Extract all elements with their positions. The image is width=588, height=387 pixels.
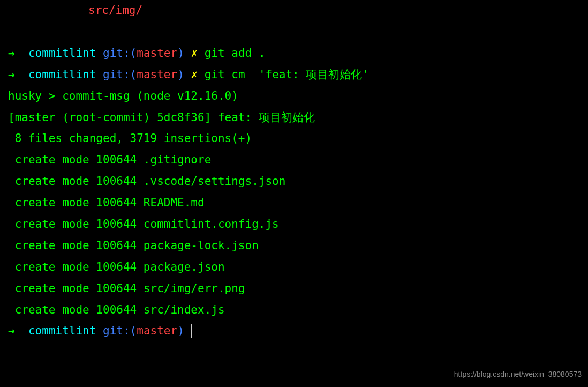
path-text: src/img/ [88, 4, 142, 17]
git-prefix: git:( [103, 68, 137, 81]
folder-name: commitlint [28, 324, 96, 337]
file-line: create mode 100644 package-lock.json [8, 235, 580, 257]
git-prefix: git:( [103, 324, 137, 337]
git-suffix: ) [177, 324, 184, 337]
folder-name: commitlint [28, 68, 96, 81]
branch-name: master [137, 68, 177, 81]
output-line: src/img/ [8, 0, 580, 21]
file-line: create mode 100644 src/index.js [8, 300, 580, 321]
command-text: git cm 'feat: 项目初始化' [205, 68, 369, 81]
terminal-window[interactable]: src/img/ → commitlint git:(master) ✗ git… [0, 0, 588, 342]
husky-output: husky > commit-msg (node v12.16.0) [8, 86, 580, 107]
file-line: create mode 100644 .vscode/settings.json [8, 171, 580, 192]
blank-line [8, 21, 580, 43]
file-line: create mode 100644 README.md [8, 192, 580, 214]
arrow-icon: → [8, 47, 15, 59]
summary-line: 8 files changed, 3719 insertions(+) [8, 128, 580, 150]
arrow-icon: → [8, 324, 15, 337]
file-line: create mode 100644 src/img/err.png [8, 278, 580, 300]
command-text: git add . [205, 47, 266, 59]
prompt-line-3[interactable]: → commitlint git:(master) [8, 321, 580, 342]
prompt-line-2: → commitlint git:(master) ✗ git cm 'feat… [8, 64, 580, 86]
branch-name: master [137, 324, 177, 337]
prompt-line-1: → commitlint git:(master) ✗ git add . [8, 43, 580, 64]
git-suffix: ) [177, 68, 184, 81]
arrow-icon: → [8, 68, 15, 81]
dirty-icon: ✗ [191, 68, 198, 81]
file-line: create mode 100644 .gitignore [8, 150, 580, 171]
git-prefix: git:( [103, 47, 137, 59]
commit-header: [master (root-commit) 5dc8f36] feat: 项目初… [8, 107, 580, 129]
file-line: create mode 100644 package.json [8, 257, 580, 278]
watermark-text: https://blog.csdn.net/weixin_38080573 [454, 367, 582, 382]
branch-name: master [137, 47, 177, 59]
folder-name: commitlint [28, 47, 96, 59]
dirty-icon: ✗ [191, 47, 198, 59]
cursor-icon [191, 324, 192, 338]
file-line: create mode 100644 commitlint.config.js [8, 214, 580, 235]
git-suffix: ) [177, 47, 184, 59]
